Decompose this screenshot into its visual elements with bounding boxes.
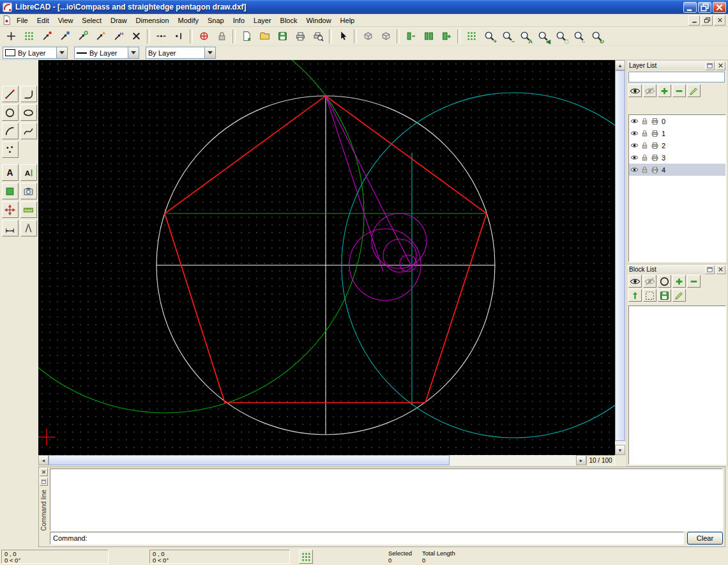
clear-button[interactable]: Clear [687, 532, 723, 545]
snap-endpoint-button[interactable] [38, 27, 56, 45]
modify-tool-button[interactable] [2, 201, 19, 218]
layer-lock-icon[interactable] [641, 153, 649, 162]
print-button[interactable] [291, 27, 309, 45]
snap-middle-button[interactable] [91, 27, 109, 45]
scroll-right-button[interactable]: ► [576, 455, 586, 465]
layer-filter-input[interactable] [628, 72, 725, 82]
command-dock-close-button[interactable] [40, 468, 48, 476]
close-button[interactable] [713, 2, 726, 13]
layer-row[interactable]: 2 [629, 139, 725, 151]
layer-print-icon[interactable] [651, 153, 659, 162]
vertical-scrollbar[interactable]: ▲ ▼ [615, 60, 625, 455]
menu-help[interactable]: Help [336, 15, 360, 26]
insert-block-button[interactable] [628, 289, 642, 302]
layer-visible-icon[interactable] [630, 153, 639, 162]
zoom-previous-button[interactable]: ◀ [534, 27, 552, 45]
menu-layer[interactable]: Layer [249, 15, 276, 26]
menu-snap[interactable]: Snap [203, 15, 229, 26]
snap-grid-button[interactable] [20, 27, 38, 45]
image-tool-button[interactable] [20, 183, 37, 199]
zoom-redraw-button[interactable]: ↻ [588, 27, 605, 45]
layer-panel-close-button[interactable] [716, 61, 725, 70]
zoom-auto-button[interactable]: A [516, 27, 534, 45]
line-tool-button[interactable] [2, 86, 19, 102]
command-input[interactable] [90, 533, 683, 544]
hide-all-blocks-button[interactable] [643, 275, 656, 288]
restore-button[interactable] [698, 2, 711, 13]
show-all-layers-button[interactable] [628, 84, 642, 97]
snap-free-button[interactable] [2, 27, 20, 45]
layer-panel-float-button[interactable] [705, 61, 715, 70]
chevron-down-icon[interactable] [56, 47, 67, 58]
menu-view[interactable]: View [54, 15, 78, 26]
measure-tool-button[interactable] [20, 201, 37, 218]
open-drawing-button[interactable] [255, 27, 273, 45]
layer-visible-icon[interactable] [630, 141, 639, 150]
set-relative-zero-button[interactable] [195, 27, 213, 45]
layer-lock-icon[interactable] [641, 117, 649, 125]
layer-row[interactable]: 0 [629, 115, 725, 127]
create-block-button[interactable] [658, 275, 671, 288]
horizontal-scrollbar[interactable]: ◄ ► [38, 455, 586, 465]
layer-row-selected[interactable]: 4 [629, 164, 725, 176]
snap-distance-button[interactable] [109, 27, 127, 45]
layer-visible-icon[interactable] [630, 166, 639, 174]
command-field[interactable]: Command: [50, 532, 684, 545]
menu-window[interactable]: Window [301, 15, 335, 26]
menu-modify[interactable]: Modify [174, 15, 203, 26]
text-tool-button[interactable] [2, 164, 19, 181]
restrict-orthogonal-button[interactable] [170, 27, 188, 45]
circle-tool-button[interactable] [2, 104, 19, 121]
chevron-down-icon[interactable] [128, 47, 139, 58]
ellipse-tool-button[interactable] [20, 104, 37, 121]
layer-row[interactable]: 3 [629, 151, 725, 164]
layer-row[interactable]: 1 [629, 127, 725, 139]
tile-windows-button[interactable] [420, 27, 437, 45]
new-drawing-button[interactable] [238, 27, 255, 45]
remove-layer-button[interactable] [672, 84, 686, 97]
line-width-combobox[interactable]: By Layer [74, 47, 139, 59]
scroll-down-button[interactable]: ▼ [615, 445, 625, 455]
print-preview-button[interactable] [309, 27, 327, 45]
lock-relative-zero-button[interactable] [213, 27, 231, 45]
menu-file[interactable]: File [12, 15, 33, 26]
mtext-tool-button[interactable] [20, 164, 37, 181]
vertical-scroll-thumb[interactable] [615, 70, 625, 441]
menu-info[interactable]: Info [229, 15, 249, 26]
layer-print-icon[interactable] [651, 166, 659, 174]
info-tool-button[interactable] [20, 220, 37, 236]
grid-snap-status-button[interactable] [299, 550, 313, 564]
zoom-window-button[interactable]: □ [552, 27, 570, 45]
select-block-frame-button[interactable] [643, 289, 656, 302]
zoom-in-button[interactable]: + [480, 27, 498, 45]
hide-all-layers-button[interactable] [643, 84, 656, 97]
minimize-button[interactable] [683, 2, 697, 13]
menu-draw[interactable]: Draw [106, 15, 132, 26]
layer-print-icon[interactable] [651, 129, 659, 137]
chevron-down-icon[interactable] [204, 47, 215, 58]
show-all-blocks-button[interactable] [628, 275, 642, 288]
remove-block-button[interactable] [687, 275, 701, 288]
mdi-restore-button[interactable] [701, 15, 713, 26]
grid-toggle-button[interactable] [462, 27, 480, 45]
draworder-bottom-button[interactable] [359, 27, 377, 45]
scroll-left-button[interactable]: ◄ [38, 455, 49, 465]
command-dock-float-button[interactable] [40, 477, 48, 486]
hatch-tool-button[interactable] [2, 183, 19, 199]
mdi-minimize-button[interactable] [688, 15, 700, 26]
menu-select[interactable]: Select [77, 15, 106, 26]
selection-pointer-button[interactable] [334, 27, 352, 45]
new-window-button[interactable] [437, 27, 455, 45]
save-block-button[interactable] [658, 289, 671, 302]
snap-center-button[interactable] [73, 27, 91, 45]
horizontal-scroll-thumb[interactable] [49, 455, 450, 465]
restrict-nothing-button[interactable] [152, 27, 170, 45]
add-block-button[interactable] [672, 275, 686, 288]
layer-lock-icon[interactable] [641, 166, 649, 174]
scroll-up-button[interactable]: ▲ [615, 60, 625, 70]
menu-dimension[interactable]: Dimension [132, 15, 174, 26]
layer-print-icon[interactable] [651, 141, 659, 150]
menu-block[interactable]: Block [276, 15, 302, 26]
layer-lock-icon[interactable] [641, 141, 649, 150]
dock-panel-button[interactable] [402, 27, 420, 45]
